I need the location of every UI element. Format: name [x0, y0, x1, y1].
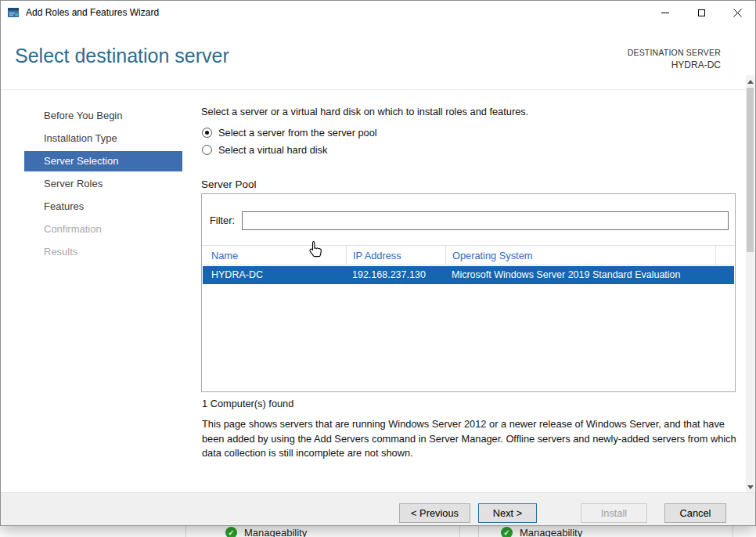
app-icon: [7, 6, 20, 19]
minimize-button[interactable]: [647, 1, 683, 24]
radio-button-icon[interactable]: [202, 145, 212, 155]
titlebar[interactable]: Add Roles and Features Wizard: [1, 1, 755, 24]
background-table-divider: [459, 526, 460, 537]
window-title: Add Roles and Features Wizard: [26, 7, 159, 18]
add-roles-wizard-window: Add Roles and Features Wizard Select des…: [0, 0, 756, 526]
install-button: Install: [581, 503, 647, 523]
screen: ✓ Manageability ✓ Manageability Add Role…: [0, 0, 756, 537]
server-name-cell[interactable]: HYDRA-DC: [203, 266, 346, 284]
table-header: Name IP Address Operating System: [202, 245, 735, 265]
background-label: Manageability: [244, 527, 307, 537]
nav-item-server-roles[interactable]: Server Roles: [24, 174, 182, 194]
close-button[interactable]: [719, 1, 755, 24]
cancel-button[interactable]: Cancel: [664, 503, 726, 523]
server-ip-cell[interactable]: 192.168.237.130: [346, 266, 445, 284]
maximize-button[interactable]: [683, 1, 719, 24]
scroll-down-icon[interactable]: [747, 485, 754, 492]
filter-label: Filter:: [210, 214, 235, 226]
background-status-item: ✓ Manageability: [501, 527, 582, 537]
wizard-content: Select a server or a virtual hard disk o…: [200, 106, 739, 497]
background-table-divider: [185, 526, 186, 537]
server-pool-panel: Filter: Name IP Address Operating System…: [201, 193, 736, 392]
nav-item-features[interactable]: Features: [24, 196, 182, 217]
nav-item-installation-type[interactable]: Installation Type: [24, 128, 182, 149]
column-header-ip-address[interactable]: IP Address: [346, 246, 445, 265]
maximize-icon: [698, 9, 705, 16]
intro-text: Select a server or a virtual hard disk o…: [201, 106, 528, 117]
radio-server-pool[interactable]: Select a server from the server pool: [202, 127, 377, 139]
status-ok-icon: ✓: [225, 527, 237, 537]
destination-server-block: DESTINATION SERVER HYDRA-DC: [628, 48, 721, 70]
destination-server-name: HYDRA-DC: [628, 59, 721, 70]
filter-input[interactable]: [242, 211, 729, 230]
column-header-spacer: [715, 246, 735, 265]
background-window: ✓ Manageability ✓ Manageability: [0, 526, 756, 537]
nav-item-server-selection[interactable]: Server Selection: [24, 151, 182, 171]
destination-server-label: DESTINATION SERVER: [628, 48, 721, 57]
server-os-cell[interactable]: Microsoft Windows Server 2019 Standard E…: [445, 266, 734, 284]
radio-label[interactable]: Select a server from the server pool: [218, 127, 377, 139]
server-table-row[interactable]: HYDRA-DC 192.168.237.130 Microsoft Windo…: [203, 266, 734, 284]
background-label: Manageability: [520, 527, 582, 537]
header-divider: [1, 89, 755, 90]
mouse-cursor-icon: [308, 240, 323, 258]
column-header-operating-system[interactable]: Operating System: [445, 246, 715, 265]
background-table-divider: [733, 526, 733, 537]
close-icon: [733, 9, 742, 17]
scrollbar-thumb[interactable]: [747, 88, 754, 252]
wizard-nav: Before You Begin Installation Type Serve…: [24, 106, 182, 265]
radio-virtual-hard-disk[interactable]: Select a virtual hard disk: [202, 144, 327, 156]
page-title: Select destination server: [15, 45, 229, 67]
radio-label[interactable]: Select a virtual hard disk: [218, 144, 327, 156]
filter-row: Filter:: [210, 211, 729, 230]
vertical-scrollbar[interactable]: [746, 75, 754, 494]
window-controls: [647, 1, 755, 24]
scroll-up-icon[interactable]: [747, 77, 754, 84]
computers-found-text: 1 Computer(s) found: [202, 398, 293, 409]
next-button[interactable]: Next >: [478, 503, 537, 523]
background-table-divider: [478, 526, 479, 537]
previous-button[interactable]: < Previous: [399, 503, 470, 523]
column-header-name[interactable]: Name: [202, 246, 346, 265]
nav-item-before-you-begin[interactable]: Before You Begin: [24, 106, 182, 126]
background-status-item: ✓ Manageability: [225, 527, 307, 537]
page-description: This page shows servers that are running…: [202, 417, 737, 461]
nav-item-results: Results: [24, 242, 182, 262]
nav-item-confirmation: Confirmation: [24, 219, 182, 240]
radio-button-icon[interactable]: [202, 128, 212, 138]
server-pool-title: Server Pool: [201, 178, 257, 190]
minimize-icon: [661, 13, 669, 13]
status-ok-icon: ✓: [501, 527, 513, 537]
wizard-footer: < Previous Next > Install Cancel: [1, 492, 755, 525]
